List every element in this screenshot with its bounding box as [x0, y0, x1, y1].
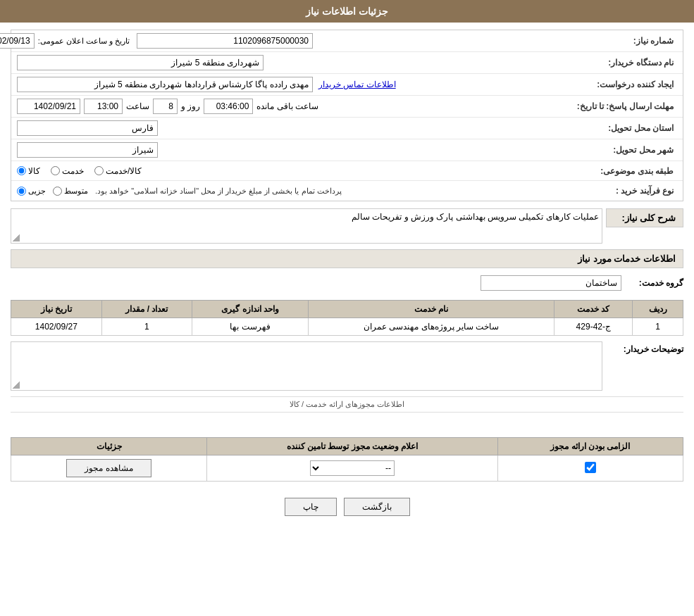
- announce-input[interactable]: [0, 33, 35, 49]
- province-value-cell: [17, 120, 578, 136]
- category-goods-service-radio[interactable]: [94, 166, 104, 175]
- requester-row: ایجاد کننده درخواست: اطلاعات تماس خریدار: [11, 74, 683, 96]
- category-label: طبقه بندی موضوعی:: [578, 166, 677, 176]
- license-required-checkbox[interactable]: [585, 462, 596, 473]
- buyer-org-row: نام دستگاه خریدار:: [11, 52, 683, 74]
- need-number-row: شماره نیاز: تاریخ و ساعت اعلان عمومی:: [11, 30, 683, 52]
- need-description-section: شرح کلی نیاز: عملیات کارهای تکمیلی سرویس…: [11, 208, 683, 244]
- col-service-name: نام خدمت: [308, 301, 554, 318]
- category-radio-group: کالا/خدمت خدمت کالا: [17, 166, 142, 176]
- col-required: الزامی بودن ارائه مجوز: [497, 438, 683, 455]
- requester-input[interactable]: [17, 77, 313, 92]
- need-number-value-cell: [137, 33, 578, 49]
- col-supplier-status: اعلام وضعیت مجوز توسط تامین کننده: [207, 438, 498, 455]
- cell-name: ساخت سایر پروژه‌های مهندسی عمران: [308, 318, 554, 336]
- reply-deadline-row: مهلت ارسال پاسخ: تا تاریخ: ساعت باقی مان…: [11, 96, 683, 118]
- buyer-notes-section: توضیحات خریدار:: [11, 341, 683, 391]
- category-service-option[interactable]: خدمت: [51, 166, 84, 176]
- service-group-row: گروه خدمت:: [11, 272, 683, 300]
- col-row: ردیف: [633, 301, 683, 318]
- province-row: استان محل تحویل:: [11, 118, 683, 139]
- process-medium-radio[interactable]: [53, 187, 62, 196]
- services-table: ردیف کد خدمت نام خدمت واحد اندازه گیری ت…: [11, 300, 683, 336]
- buyer-notes-label: توضیحات خریدار:: [606, 341, 683, 354]
- bottom-buttons-area: بازگشت چاپ: [11, 487, 683, 527]
- category-value-cell: کالا/خدمت خدمت کالا: [17, 166, 578, 176]
- buyer-notes-box: [11, 341, 602, 391]
- col-service-code: کد خدمت: [554, 301, 633, 318]
- buyer-org-value-cell: [17, 55, 578, 70]
- license-section-label: اطلاعات مجوزهای ارائه خدمت / کالا: [11, 396, 683, 413]
- process-partial-radio[interactable]: [17, 187, 26, 196]
- col-details: جزئیات: [11, 438, 207, 455]
- main-info-section: شماره نیاز: تاریخ و ساعت اعلان عمومی: نا…: [11, 30, 683, 201]
- table-row: 1 ج-42-429 ساخت سایر پروژه‌های مهندسی عم…: [11, 318, 683, 336]
- service-group-label: گروه خدمت:: [627, 278, 683, 288]
- province-label: استان محل تحویل:: [578, 123, 677, 133]
- process-medium-option[interactable]: متوسط: [53, 187, 88, 196]
- process-description-text: پرداخت تمام یا بخشی از مبلغ خریدار از مح…: [95, 187, 342, 196]
- license-required-cell: [497, 455, 683, 482]
- back-button[interactable]: بازگشت: [344, 498, 410, 516]
- category-goods-label: کالا: [28, 166, 40, 176]
- license-status-cell: --: [207, 455, 498, 482]
- cell-code: ج-42-429: [554, 318, 633, 336]
- reply-date-time-group: ساعت باقی مانده روز و ساعت: [17, 99, 318, 114]
- process-partial-label: جزیی: [28, 187, 46, 196]
- buyer-notes-resize: [13, 382, 20, 389]
- process-label: نوع فرآیند خرید :: [578, 186, 677, 196]
- city-row: شهر محل تحویل:: [11, 139, 683, 161]
- need-description-text: عملیات کارهای تکمیلی سرویس بهداشتی پارک …: [14, 212, 599, 222]
- days-input[interactable]: [153, 99, 178, 114]
- cell-quantity: 1: [101, 318, 192, 336]
- time-input[interactable]: [84, 99, 123, 114]
- need-description-label: شرح کلی نیاز:: [606, 208, 683, 227]
- page-title: جزئیات اطلاعات نیاز: [306, 6, 388, 17]
- requester-label: ایجاد کننده درخواست:: [578, 80, 677, 89]
- process-options-group: پرداخت تمام یا بخشی از مبلغ خریدار از مح…: [17, 187, 342, 196]
- remaining-hours-input[interactable]: [204, 99, 253, 114]
- process-row: نوع فرآیند خرید : پرداخت تمام یا بخشی از…: [11, 181, 683, 201]
- city-value-cell: [17, 142, 578, 158]
- category-goods-radio[interactable]: [17, 166, 26, 175]
- page-header: جزئیات اطلاعات نیاز: [0, 0, 694, 23]
- process-partial-option[interactable]: جزیی: [17, 187, 46, 196]
- cell-row: 1: [633, 318, 683, 336]
- announce-date-group: تاریخ و ساعت اعلان عمومی:: [17, 33, 130, 49]
- remaining-hours-label: ساعت باقی مانده: [256, 101, 318, 111]
- reply-deadline-value-cell: ساعت باقی مانده روز و ساعت: [17, 99, 564, 114]
- and-days-label: روز و: [181, 101, 200, 111]
- view-license-button[interactable]: مشاهده مجوز: [66, 459, 151, 477]
- time-label: ساعت: [126, 101, 149, 111]
- city-label: شهر محل تحویل:: [578, 145, 677, 155]
- category-service-radio[interactable]: [51, 166, 60, 175]
- license-details-cell: مشاهده مجوز: [11, 455, 207, 482]
- announce-label: تاریخ و ساعت اعلان عمومی:: [38, 37, 130, 46]
- license-spacer: [11, 416, 683, 437]
- cell-date: 1402/09/27: [11, 318, 102, 336]
- buyer-org-input[interactable]: [17, 55, 264, 70]
- license-table: الزامی بودن ارائه مجوز اعلام وضعیت مجوز …: [11, 437, 683, 482]
- province-input[interactable]: [17, 120, 158, 136]
- need-number-label: شماره نیاز:: [578, 36, 677, 46]
- process-medium-label: متوسط: [64, 187, 88, 196]
- need-description-box: عملیات کارهای تکمیلی سرویس بهداشتی پارک …: [11, 208, 602, 244]
- city-input[interactable]: [17, 142, 158, 158]
- license-status-select[interactable]: --: [310, 460, 395, 476]
- col-measurement: واحد اندازه گیری: [192, 301, 309, 318]
- service-group-input[interactable]: [481, 275, 621, 291]
- col-need-date: تاریخ نیاز: [11, 301, 102, 318]
- category-goods-service-option[interactable]: کالا/خدمت: [94, 166, 142, 176]
- need-number-input[interactable]: [137, 33, 313, 49]
- services-section-header: اطلاعات خدمات مورد نیاز: [11, 249, 683, 268]
- reply-deadline-label: مهلت ارسال پاسخ: تا تاریخ:: [564, 101, 677, 111]
- requester-contact-link[interactable]: اطلاعات تماس خریدار: [318, 80, 396, 89]
- category-goods-option[interactable]: کالا: [17, 166, 40, 176]
- col-quantity: تعداد / مقدار: [101, 301, 192, 318]
- category-row: طبقه بندی موضوعی: کالا/خدمت خدمت کالا: [11, 161, 683, 181]
- date-input[interactable]: [17, 99, 80, 114]
- buyer-org-label: نام دستگاه خریدار:: [578, 58, 677, 68]
- process-value-cell: پرداخت تمام یا بخشی از مبلغ خریدار از مح…: [17, 187, 578, 196]
- requester-value-cell: اطلاعات تماس خریدار: [17, 77, 578, 92]
- print-button[interactable]: چاپ: [285, 498, 337, 516]
